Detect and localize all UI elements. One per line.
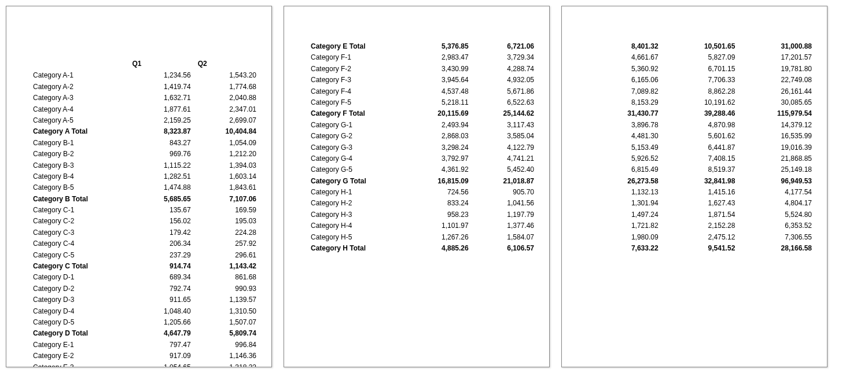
row-value: 2,159.25 [128,115,194,126]
row-value: 4,885.26 [406,243,472,254]
row-value: 4,361.92 [406,164,472,175]
row-label: Category F-4 [307,86,406,97]
row-label: Category D-3 [30,294,128,305]
table-row: Category G Total16,815.0921,018.87 [307,176,538,187]
row-label: Category B-4 [30,171,128,182]
row-value: 7,706.33 [662,75,739,86]
row-label: Category B Total [30,194,128,205]
row-value: 1,115.22 [128,160,194,171]
row-value: 5,926.52 [585,153,662,164]
table-row: Category D-2792.74990.93 [30,283,260,294]
table-row: 4,661.675,827.0917,201.57 [585,52,815,63]
row-value: 1,871.54 [662,209,739,220]
row-value: 996.84 [194,340,260,351]
table-row: 1,497.241,871.545,524.80 [585,209,815,220]
row-value: 911.65 [128,294,194,305]
row-value: 1,627.43 [662,198,739,209]
row-value: 1,415.16 [662,187,739,198]
row-label: Category D-1 [30,272,128,283]
row-value: 3,117.43 [472,120,538,131]
row-value: 4,741.21 [472,153,538,164]
table-row: Category F Total20,115.6925,144.62 [307,108,538,119]
row-value: 905.70 [472,187,538,198]
row-value: 958.23 [406,209,472,220]
row-value: 1,234.56 [128,70,194,81]
table-row: Category A Total8,323.8710,404.84 [30,126,260,137]
row-value: 1,877.61 [128,104,194,115]
table-row: Category E-2917.091,146.36 [30,351,260,362]
row-value: 917.09 [128,351,194,362]
row-value: 20,115.69 [406,108,472,119]
row-label: Category C-5 [30,250,128,261]
table-row: Category D Total4,647.795,809.74 [30,328,260,339]
row-label: Category G Total [307,176,406,187]
row-value: 1,143.42 [194,261,260,272]
table-row: Category A-21,419.741,774.68 [30,82,260,93]
table-row: 5,153.496,441.8719,016.39 [585,142,815,153]
table-row: 8,153.2910,191.6230,085.65 [585,97,815,108]
table-row: Category D-3911.651,139.57 [30,294,260,305]
row-value: 2,983.47 [406,52,472,63]
table-row: Category C Total914.741,143.42 [30,261,260,272]
row-value: 1,543.20 [194,70,260,81]
row-value: 1,584.07 [472,232,538,243]
row-value: 5,452.40 [472,164,538,175]
row-value: 724.56 [406,187,472,198]
table-row: Category H-3958.231,197.79 [307,209,538,220]
row-value: 1,132.13 [585,187,662,198]
row-value: 1,474.88 [128,182,194,193]
row-label: Category G-4 [307,153,406,164]
table-row: 7,633.229,541.5228,166.58 [585,243,815,254]
table-row: Category E-31,054.651,318.32 [30,362,260,367]
row-value: 25,144.62 [472,108,538,119]
row-label: Category H-1 [307,187,406,198]
row-value: 1,419.74 [128,82,194,93]
row-label: Category C-3 [30,227,128,238]
table-row: Category C-2156.02195.03 [30,216,260,227]
row-value: 1,980.09 [585,232,662,243]
row-value: 1,843.61 [194,182,260,193]
row-value: 7,633.22 [585,243,662,254]
table-row: 5,360.926,701.1519,781.80 [585,64,815,75]
row-label: Category B-3 [30,160,128,171]
table-row: Category E-1797.47996.84 [30,340,260,351]
table-row: Category F-12,983.473,729.34 [307,52,538,63]
table-row: Category A-31,632.712,040.88 [30,93,260,104]
row-value: 3,896.78 [585,120,662,131]
row-value: 135.67 [128,205,194,216]
table-row: Category B-1843.271,054.09 [30,138,260,149]
row-label: Category H-5 [307,232,406,243]
row-value: 14,379.12 [738,120,815,131]
row-value: 4,122.79 [472,142,538,153]
row-value: 1,205.66 [128,317,194,328]
row-label: Category D-4 [30,306,128,317]
table-row: 8,401.3210,501.6531,000.88 [585,41,815,52]
table-row: Category G-54,361.925,452.40 [307,164,538,175]
table-row: Category C-4206.34257.92 [30,238,260,249]
data-table-page-3: 8,401.3210,501.6531,000.884,661.675,827.… [585,41,815,254]
row-value: 1,721.82 [585,220,662,231]
row-value: 9,541.52 [662,243,739,254]
row-label: Category B-1 [30,138,128,149]
row-value: 1,054.09 [194,138,260,149]
row-value: 1,497.24 [585,209,662,220]
row-value: 4,537.48 [406,86,472,97]
row-value: 5,376.85 [406,41,472,52]
row-value: 2,493.94 [406,120,472,131]
row-value: 689.34 [128,272,194,283]
row-value: 32,841.98 [662,176,739,187]
table-row: Category C-1135.67169.59 [30,205,260,216]
table-row: 1,132.131,415.164,177.54 [585,187,815,198]
row-value: 7,306.55 [738,232,815,243]
row-value: 21,868.85 [738,153,815,164]
row-value: 156.02 [128,216,194,227]
row-value: 7,408.15 [662,153,739,164]
table-row: 1,721.822,152.286,353.52 [585,220,815,231]
table-row: Category D-1689.34861.68 [30,272,260,283]
table-row: Category G-43,792.974,741.21 [307,153,538,164]
row-label: Category D-5 [30,317,128,328]
table-row: 1,980.092,475.127,306.55 [585,232,815,243]
row-value: 19,781.80 [738,64,815,75]
row-label: Category E-3 [30,362,128,367]
row-value: 1,139.57 [194,294,260,305]
